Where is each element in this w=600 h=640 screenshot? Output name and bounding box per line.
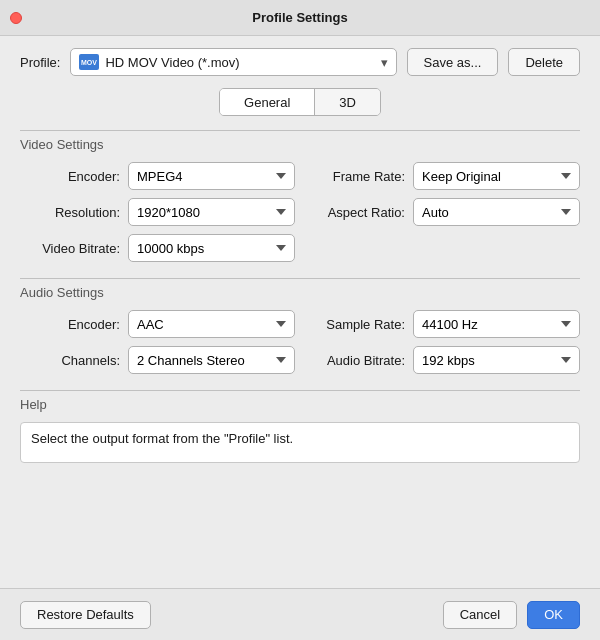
audio-settings-title: Audio Settings (20, 285, 580, 300)
channels-select[interactable]: 2 Channels Stereo 1 Channel Mono (128, 346, 295, 374)
frame-rate-label: Frame Rate: (315, 169, 405, 184)
cancel-button[interactable]: Cancel (443, 601, 517, 629)
resolution-select-wrapper: 1920*1080 1280*720 640*480 (128, 198, 295, 226)
aspect-ratio-label: Aspect Ratio: (315, 205, 405, 220)
resolution-select[interactable]: 1920*1080 1280*720 640*480 (128, 198, 295, 226)
profile-row: Profile: MOV HD MOV Video (*.mov) Save a… (20, 48, 580, 76)
sample-rate-field-row: Sample Rate: 44100 Hz 48000 Hz 22050 Hz (315, 310, 580, 338)
help-section: Help Select the output format from the "… (20, 397, 580, 463)
ok-button[interactable]: OK (527, 601, 580, 629)
channels-field-row: Channels: 2 Channels Stereo 1 Channel Mo… (30, 346, 295, 374)
video-bitrate-select[interactable]: 10000 kbps 8000 kbps 5000 kbps (128, 234, 295, 262)
audio-encoder-select-wrapper: AAC MP3 AC3 (128, 310, 295, 338)
audio-bitrate-select[interactable]: 192 kbps 128 kbps 256 kbps (413, 346, 580, 374)
frame-rate-select-wrapper: Keep Original 24 fps 30 fps (413, 162, 580, 190)
footer: Restore Defaults Cancel OK (0, 588, 600, 640)
help-title: Help (20, 397, 580, 412)
channels-select-wrapper: 2 Channels Stereo 1 Channel Mono (128, 346, 295, 374)
video-bitrate-select-wrapper: 10000 kbps 8000 kbps 5000 kbps (128, 234, 295, 262)
sample-rate-label: Sample Rate: (315, 317, 405, 332)
aspect-ratio-select[interactable]: Auto 16:9 4:3 (413, 198, 580, 226)
restore-defaults-button[interactable]: Restore Defaults (20, 601, 151, 629)
video-settings-title: Video Settings (20, 137, 580, 152)
help-text: Select the output format from the "Profi… (31, 431, 293, 446)
divider-audio (20, 278, 580, 279)
sample-rate-select[interactable]: 44100 Hz 48000 Hz 22050 Hz (413, 310, 580, 338)
save-as-button[interactable]: Save as... (407, 48, 499, 76)
titlebar: Profile Settings (0, 0, 600, 36)
delete-button[interactable]: Delete (508, 48, 580, 76)
profile-label: Profile: (20, 55, 60, 70)
video-bitrate-label: Video Bitrate: (30, 241, 120, 256)
main-content: Profile: MOV HD MOV Video (*.mov) Save a… (0, 36, 600, 640)
divider-help (20, 390, 580, 391)
traffic-lights (10, 12, 58, 24)
tabs-container: General 3D (20, 88, 580, 116)
resolution-field-row: Resolution: 1920*1080 1280*720 640*480 (30, 198, 295, 226)
audio-encoder-select[interactable]: AAC MP3 AC3 (128, 310, 295, 338)
scrollable-area: Profile: MOV HD MOV Video (*.mov) Save a… (0, 36, 600, 588)
encoder-select-wrapper: MPEG4 H.264 H.265 (128, 162, 295, 190)
tab-3d[interactable]: 3D (315, 89, 380, 115)
profile-select-value: HD MOV Video (*.mov) (105, 55, 239, 70)
help-content-box: Select the output format from the "Profi… (20, 422, 580, 463)
aspect-ratio-select-wrapper: Auto 16:9 4:3 (413, 198, 580, 226)
footer-right-buttons: Cancel OK (443, 601, 580, 629)
window-title: Profile Settings (252, 10, 347, 25)
frame-rate-select[interactable]: Keep Original 24 fps 30 fps (413, 162, 580, 190)
video-fields-grid: Encoder: MPEG4 H.264 H.265 Frame Rate: (20, 162, 580, 262)
video-bitrate-field-row: Video Bitrate: 10000 kbps 8000 kbps 5000… (30, 234, 295, 262)
frame-rate-field-row: Frame Rate: Keep Original 24 fps 30 fps (315, 162, 580, 190)
audio-bitrate-label: Audio Bitrate: (315, 353, 405, 368)
audio-fields-grid: Encoder: AAC MP3 AC3 Sample Rate: (20, 310, 580, 374)
aspect-ratio-field-row: Aspect Ratio: Auto 16:9 4:3 (315, 198, 580, 226)
tab-group: General 3D (219, 88, 381, 116)
tab-general[interactable]: General (220, 89, 315, 115)
divider-video (20, 130, 580, 131)
audio-bitrate-select-wrapper: 192 kbps 128 kbps 256 kbps (413, 346, 580, 374)
close-button[interactable] (10, 12, 22, 24)
encoder-field-row: Encoder: MPEG4 H.264 H.265 (30, 162, 295, 190)
encoder-select[interactable]: MPEG4 H.264 H.265 (128, 162, 295, 190)
resolution-label: Resolution: (30, 205, 120, 220)
audio-settings-section: Audio Settings Encoder: AAC MP3 AC3 (20, 285, 580, 374)
profile-format-icon: MOV (79, 54, 99, 70)
encoder-label: Encoder: (30, 169, 120, 184)
sample-rate-select-wrapper: 44100 Hz 48000 Hz 22050 Hz (413, 310, 580, 338)
audio-encoder-field-row: Encoder: AAC MP3 AC3 (30, 310, 295, 338)
audio-encoder-label: Encoder: (30, 317, 120, 332)
video-settings-section: Video Settings Encoder: MPEG4 H.264 H.26… (20, 137, 580, 262)
channels-label: Channels: (30, 353, 120, 368)
profile-select[interactable]: MOV HD MOV Video (*.mov) (70, 48, 396, 76)
svg-text:MOV: MOV (81, 59, 97, 66)
audio-bitrate-field-row: Audio Bitrate: 192 kbps 128 kbps 256 kbp… (315, 346, 580, 374)
